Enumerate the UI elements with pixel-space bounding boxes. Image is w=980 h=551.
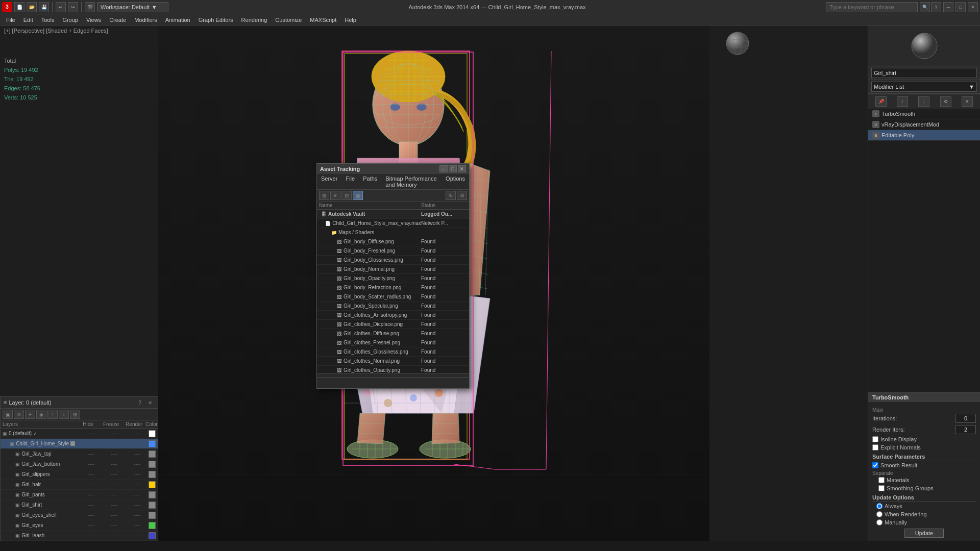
- at-menu-options[interactable]: Options: [442, 175, 469, 188]
- layer-item[interactable]: ▣ Girl_eyes_shell ---- ---- ----: [1, 510, 158, 520]
- open-btn[interactable]: 📂: [27, 2, 37, 12]
- layer-color[interactable]: [149, 461, 156, 468]
- layer-color[interactable]: [149, 450, 156, 458]
- menu-file[interactable]: File: [2, 14, 19, 26]
- at-list-item[interactable]: 📁 Maps / Shaders: [317, 228, 469, 237]
- layer-color[interactable]: [149, 502, 156, 509]
- mod-pin-btn[interactable]: 📌: [875, 96, 887, 107]
- at-list-item[interactable]: 🖼 Girl_clothes_Opacity.png Found: [317, 366, 469, 373]
- at-menu-paths[interactable]: Paths: [359, 175, 381, 188]
- menu-maxscript[interactable]: MAXScript: [306, 14, 340, 26]
- layers-move-btn[interactable]: ↑: [47, 410, 58, 419]
- search-btn[interactable]: 🔍: [920, 2, 930, 12]
- ts-update-button[interactable]: Update: [904, 529, 944, 538]
- at-list-item[interactable]: 🖼 Girl_clothes_Diffuse.png Found: [317, 329, 469, 338]
- layer-item[interactable]: ▣ Girl_leash ---- ---- ----: [1, 531, 158, 541]
- ts-smoothing-groups-checkbox[interactable]: [878, 485, 885, 491]
- ts-iterations-input[interactable]: [955, 414, 976, 423]
- menu-graph-editors[interactable]: Graph Editors: [194, 14, 237, 26]
- layers-move-down-btn[interactable]: ↓: [59, 410, 69, 419]
- new-btn[interactable]: 📄: [14, 2, 24, 12]
- menu-modifiers[interactable]: Modifiers: [130, 14, 161, 26]
- layer-color[interactable]: [149, 440, 156, 447]
- at-list-item[interactable]: 🖼 Girl_clothes_Anisotropy.png Found: [317, 311, 469, 320]
- at-tb-btn3[interactable]: ⊟: [341, 191, 352, 200]
- layer-color[interactable]: [149, 471, 156, 478]
- at-menu-bitmap[interactable]: Bitmap Performance and Memory: [381, 175, 442, 188]
- layer-item[interactable]: ▣ Girl_slippers ---- ---- ----: [1, 469, 158, 480]
- ts-manually-radio[interactable]: [876, 519, 883, 525]
- mod-move-up-btn[interactable]: ↑: [897, 96, 908, 107]
- layer-item[interactable]: ▣ Girl_shirt ---- ---- ----: [1, 500, 158, 510]
- layers-delete-btn[interactable]: ✕: [14, 410, 24, 419]
- layer-item[interactable]: ▣ Girl_hair ---- ---- ----: [1, 480, 158, 490]
- menu-edit[interactable]: Edit: [19, 14, 37, 26]
- at-list-item[interactable]: 🖼 Girl_clothes_Glossiness.png Found: [317, 347, 469, 357]
- turbosmooth-header[interactable]: TurboSmooth: [868, 393, 980, 402]
- layer-item[interactable]: ▣ Girl_Jaw_top ---- ---- ----: [1, 449, 158, 459]
- at-list-item[interactable]: 🖼 Girl_clothes_Dicplace.png Found: [317, 320, 469, 329]
- at-scrollbar[interactable]: [317, 373, 469, 377]
- menu-group[interactable]: Group: [58, 14, 82, 26]
- modifier-editable-poly[interactable]: E Editable Poly: [868, 130, 980, 141]
- at-restore-btn[interactable]: □: [449, 165, 457, 172]
- at-list-item[interactable]: 🖼 Girl_body_Opacity.png Found: [317, 274, 469, 283]
- layer-color[interactable]: [149, 512, 156, 519]
- at-tb-settings-btn[interactable]: ⚙: [457, 191, 467, 200]
- ts-materials-checkbox[interactable]: [878, 477, 885, 483]
- layer-item[interactable]: ▣ Child_Girl_Home_Style □ ---- ---- ----: [1, 439, 158, 449]
- save-btn[interactable]: 💾: [39, 2, 49, 12]
- at-list-item[interactable]: 🖼 Girl_clothes_Fresnel.png Found: [317, 338, 469, 347]
- at-menu-server[interactable]: Server: [317, 175, 341, 188]
- modifier-turbosmooth[interactable]: T TurboSmooth: [868, 109, 980, 119]
- at-list-item[interactable]: 🖼 Girl_body_Normal.png Found: [317, 265, 469, 274]
- mod-configure-btn[interactable]: ⚙: [940, 96, 951, 107]
- at-list-item[interactable]: 🖼 Girl_body_Diffuse.png Found: [317, 237, 469, 246]
- at-list-item[interactable]: 📄 Child_Girl_Home_Style_max_vray.max Net…: [317, 219, 469, 228]
- at-list-item[interactable]: 🖼 Girl_body_Refraction.png Found: [317, 283, 469, 292]
- layers-close-btn[interactable]: ✕: [145, 398, 155, 407]
- at-list-item[interactable]: 🖼 Girl_clothes_Normal.png Found: [317, 357, 469, 366]
- ts-isoline-checkbox[interactable]: [872, 436, 878, 442]
- layer-color[interactable]: [149, 522, 156, 529]
- at-close-btn[interactable]: ✕: [458, 165, 466, 172]
- help-btn[interactable]: ?: [931, 2, 941, 12]
- at-list-item[interactable]: 🖼 Girl_body_Glossiness.png Found: [317, 256, 469, 265]
- menu-help[interactable]: Help: [340, 14, 360, 26]
- at-menu-file[interactable]: File: [341, 175, 359, 188]
- menu-views[interactable]: Views: [82, 14, 105, 26]
- at-tb-btn1[interactable]: ⊞: [319, 191, 329, 200]
- maximize-window-btn[interactable]: □: [955, 2, 966, 12]
- ts-render-iters-input[interactable]: [955, 425, 976, 434]
- layer-color[interactable]: [149, 532, 156, 539]
- layer-color[interactable]: [149, 481, 156, 488]
- at-minimize-btn[interactable]: ─: [439, 165, 448, 172]
- ts-when-rendering-radio[interactable]: [876, 511, 883, 517]
- ts-smooth-result-checkbox[interactable]: [872, 462, 878, 468]
- layer-color[interactable]: [149, 491, 156, 498]
- layers-add-btn[interactable]: +: [25, 410, 35, 419]
- menu-customize[interactable]: Customize: [271, 14, 306, 26]
- redo-btn[interactable]: ↪: [68, 2, 78, 12]
- at-tb-refresh-btn[interactable]: ↻: [446, 191, 456, 200]
- search-input[interactable]: [826, 2, 918, 12]
- layers-help-btn[interactable]: ?: [135, 398, 144, 407]
- modifier-vray-displacement[interactable]: V vRayDisplacementMod: [868, 119, 980, 130]
- menu-rendering[interactable]: Rendering: [237, 14, 272, 26]
- close-window-btn[interactable]: ✕: [968, 2, 978, 12]
- modifier-list-dropdown[interactable]: Modifier List ▼: [871, 82, 977, 92]
- at-tb-btn2[interactable]: ≡: [330, 191, 340, 200]
- object-name-input[interactable]: [871, 68, 977, 78]
- at-list-item[interactable]: 🖼 Girl_body_Scatter_radius.png Found: [317, 292, 469, 302]
- ts-always-radio[interactable]: [876, 503, 883, 509]
- minimize-window-btn[interactable]: ─: [943, 2, 953, 12]
- at-list-item[interactable]: 🖼 Girl_body_Fresnel.png Found: [317, 246, 469, 256]
- layers-create-btn[interactable]: ▣: [3, 410, 13, 419]
- workspace-dropdown[interactable]: Workspace: Default ▼: [97, 2, 168, 12]
- at-list-item[interactable]: 🖼 Girl_body_Specular.png Found: [317, 302, 469, 311]
- at-tb-btn4[interactable]: ▦: [353, 191, 363, 200]
- layer-item[interactable]: ▣ Girl_eyes ---- ---- ----: [1, 520, 158, 531]
- layer-item[interactable]: ▣ 0 (default) ✓ ---- ---- ----: [1, 429, 158, 439]
- layer-item[interactable]: ▣ Girl_pants ---- ---- ----: [1, 490, 158, 500]
- layers-select-btn[interactable]: ◈: [36, 410, 46, 419]
